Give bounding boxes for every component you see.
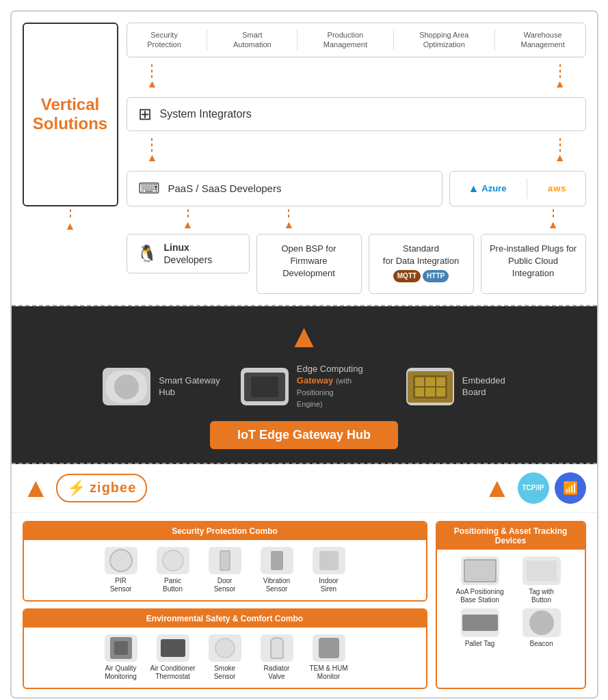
pallet-label: Pallet Tag (465, 640, 495, 648)
top-grid: Vertical Solutions Security Protection S… (23, 23, 586, 206)
embedded-icon (408, 371, 453, 403)
three-boxes-area: ▲ ▲ Open BSP for Firmware Development St… (256, 209, 586, 294)
box3-arrow: ▲ (548, 209, 559, 231)
security-combo: Security Protection Combo PIR Sensor Pan… (23, 521, 427, 602)
linux-arrow: ▲ (183, 209, 194, 231)
tem-hum: TEM & HUM Monitor (306, 634, 352, 681)
integrators-row: ⊞ System Integrators (127, 97, 586, 131)
pir-label: PIR Sensor (110, 577, 132, 593)
monitor-icon: ⌨ (138, 180, 160, 198)
aoa-station: AoA Positioning Base Station (453, 556, 507, 604)
top-section: Vertical Solutions Security Protection S… (12, 12, 597, 306)
tcpbt-big-arrow: ▲ (484, 472, 511, 503)
security-devices: PIR Sensor Panic Button Door Sensor (24, 540, 426, 600)
vibration-label: Vibration Sensor (263, 577, 290, 593)
zigbee-z-icon: ⚡ (67, 479, 85, 497)
env-combo: Environmental Safety & Comfort Combo Air… (23, 608, 427, 689)
paas-label: PaaS / SaaS Developers (168, 183, 282, 194)
divider-4 (494, 29, 495, 50)
cloud-integration-label: Pre-installed Plugs for Public Cloud Int… (490, 243, 577, 278)
vs-arrow-up: ▲ (65, 220, 76, 232)
devices-left: Security Protection Combo PIR Sensor Pan… (23, 521, 427, 689)
smart-gw-icon (106, 371, 147, 403)
zigbee-arrow-group: ▲ ⚡ zigbee (23, 472, 148, 503)
linux-standard-area: ▲ 🐧 Linux Developers (127, 209, 586, 294)
tag-button: Tag with Button (514, 556, 569, 604)
azure-label: Azure (481, 183, 506, 193)
beacon: Beacon (514, 608, 569, 648)
linux-arrow-up: ▲ (183, 219, 194, 231)
linux-dline (187, 209, 189, 219)
positioning-header: Positioning & Asset Tracking Devices (437, 522, 585, 550)
siren-label: Indoor Siren (319, 577, 338, 593)
bottom-arrows-section: ▲ ⚡ zigbee ▲ TCP/IP 📶 (12, 464, 597, 513)
linux-icon: 🐧 (137, 244, 157, 263)
edge-computing-device: Edge ComputingGateway (with PositioningE… (241, 364, 386, 410)
zigbee-big-arrow: ▲ (23, 472, 50, 503)
smart-gw-icon-box (103, 368, 150, 405)
tem-hum-label: TEM & HUM Monitor (309, 664, 347, 681)
panic-button: Panic Button (150, 547, 196, 593)
divider-3 (393, 29, 394, 50)
b1-arrowup: ▲ (284, 219, 295, 231)
right-column: Security Protection Smart Automation Pro… (127, 23, 586, 206)
b3-dline (553, 209, 554, 219)
embedded-icon-box (406, 368, 454, 405)
edge-gw-icon-box (241, 368, 289, 405)
paas-cloud-row: ⌨ PaaS / SaaS Developers ▲ Azure aws (127, 171, 586, 206)
middle-section: ▲ Smart Gateway Hub Edge Compu (12, 306, 597, 464)
three-arrows-row: ▲ ▲ (256, 209, 586, 231)
azure-badge: ▲ Azure (468, 183, 506, 195)
ac-thermostat: Air Conditioner Thermostat (150, 634, 196, 681)
tcpbt-arrow-group: ▲ TCP/IP 📶 (484, 472, 586, 504)
dashed-line-4 (559, 138, 561, 152)
vertical-solutions-box: Vertical Solutions (23, 23, 118, 206)
radiator-label: Radiator Valve (264, 664, 290, 681)
positioning-devices: AoA Positioning Base Station Tag with Bu… (437, 550, 585, 655)
vs-arrow: ▲ (65, 209, 76, 294)
env-header: Environmental Safety & Comfort Combo (24, 610, 426, 628)
pallet-img (461, 608, 499, 637)
beacon-label: Beacon (530, 640, 553, 648)
paas-box: ⌨ PaaS / SaaS Developers (127, 171, 442, 206)
pir-img (105, 547, 137, 574)
arrows-row-1: ▲ ▲ (127, 64, 586, 90)
env-devices: Air Quality Monitoring Air Conditioner T… (24, 628, 426, 688)
pallet-tag: Pallet Tag (453, 608, 507, 648)
indoor-siren: Indoor Siren (306, 547, 352, 593)
box1-arrow: ▲ (284, 209, 295, 231)
grid-icon: ⊞ (138, 105, 152, 124)
big-arrow-up: ▲ (288, 320, 321, 353)
bottom-section: Security Protection Combo PIR Sensor Pan… (12, 513, 597, 697)
dashed-line-1 (151, 64, 153, 78)
bsp-box: Open BSP for Firmware Development (256, 234, 362, 294)
pill-shopping: Shopping Area Optimization (415, 29, 473, 51)
http-badge: HTTP (423, 270, 449, 282)
vibration-sensor: Vibration Sensor (254, 547, 300, 593)
smart-gw-label: Smart Gateway Hub (159, 375, 220, 399)
beacon-img (523, 608, 561, 637)
bsp-label: Open BSP for Firmware Development (282, 243, 336, 278)
linux-arrow-row: ▲ (127, 209, 250, 231)
dashed-line-3 (151, 138, 153, 152)
panic-img (157, 547, 189, 574)
arrow-up-1: ▲ (147, 78, 158, 90)
linux-label: Linux Developers (164, 241, 213, 266)
b1-dline (288, 209, 289, 219)
air-quality: Air Quality Monitoring (98, 634, 144, 681)
edge-gw-icon (244, 373, 285, 401)
embedded-label: Embedded Board (462, 375, 505, 399)
arrow-up-3: ▲ (147, 152, 158, 164)
door-img (209, 547, 241, 574)
pill-security: Security Protection (143, 29, 185, 51)
pill-automation: Smart Automation (229, 29, 276, 51)
pill-warehouse: Warehouse Management (516, 29, 568, 51)
three-boxes-row: Open BSP for Firmware Development Standa… (256, 234, 586, 294)
tem-hum-img (313, 634, 345, 662)
security-header: Security Protection Combo (24, 522, 426, 540)
positioning-combo: Positioning & Asset Tracking Devices AoA… (436, 521, 586, 689)
big-arrow-row: ▲ (23, 320, 586, 353)
door-label: Door Sensor (214, 577, 236, 593)
iot-gateway-label-row: IoT Edge Gateway Hub (23, 421, 586, 449)
air-quality-label: Air Quality Monitoring (105, 664, 137, 681)
